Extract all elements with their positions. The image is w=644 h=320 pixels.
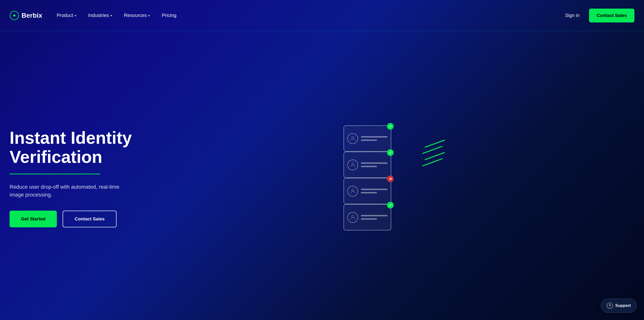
sign-in-link[interactable]: Sign in (565, 13, 580, 18)
person-icon (350, 162, 356, 168)
card-lines-1 (361, 136, 388, 141)
nav-pricing[interactable]: Pricing (162, 13, 176, 18)
card-badge-2: ✓ (387, 149, 394, 156)
id-cards-illustration: ✓ ✓ (336, 123, 456, 233)
id-card-3: ✕ (344, 178, 391, 204)
card-lines-4 (361, 215, 388, 220)
id-card-1: ✓ (344, 125, 391, 152)
hero-subtitle: Reduce user drop-off with automated, rea… (10, 183, 129, 199)
logo-text: Berbix (22, 12, 42, 19)
contact-sales-button-nav[interactable]: Contact Sales (589, 8, 634, 22)
hero-right: ✓ ✓ (158, 118, 634, 238)
card-badge-1: ✓ (387, 123, 394, 130)
navbar: Berbix Product ▾ Industries ▾ Resources … (0, 0, 644, 31)
svg-point-3 (352, 163, 354, 165)
svg-point-1 (14, 14, 15, 16)
support-icon: ? (607, 302, 613, 309)
chevron-down-icon: ▾ (110, 14, 112, 18)
chevron-down-icon: ▾ (74, 14, 76, 18)
id-card-2: ✓ (344, 152, 391, 178)
person-icon (350, 214, 356, 221)
card-avatar-3 (347, 186, 358, 196)
nav-right: Sign in Contact Sales (565, 8, 634, 22)
person-icon (350, 135, 356, 142)
support-button[interactable]: ? Support (601, 298, 637, 313)
support-label: Support (615, 303, 631, 308)
svg-point-2 (352, 136, 354, 138)
id-card-4: ✓ (344, 204, 391, 230)
nav-links: Product ▾ Industries ▾ Resources ▾ Prici… (56, 13, 565, 18)
hero-title: Instant Identity Verification (10, 128, 158, 166)
nav-industries[interactable]: Industries ▾ (88, 13, 112, 18)
svg-point-5 (352, 215, 354, 217)
card-badge-4: ✓ (387, 202, 394, 208)
card-lines-3 (361, 189, 388, 194)
logo[interactable]: Berbix (10, 11, 42, 20)
hero-left: Instant Identity Verification Reduce use… (10, 128, 158, 227)
person-icon (350, 188, 356, 194)
card-avatar-4 (347, 212, 358, 223)
scan-lines (422, 147, 446, 172)
chevron-down-icon: ▾ (148, 14, 150, 18)
card-lines-2 (361, 162, 388, 167)
hero-divider (10, 174, 100, 174)
contact-sales-button-hero[interactable]: Contact Sales (62, 211, 116, 227)
nav-product[interactable]: Product ▾ (56, 13, 76, 18)
hero-section: Instant Identity Verification Reduce use… (0, 31, 644, 320)
svg-point-4 (352, 189, 354, 191)
card-badge-3: ✕ (387, 176, 394, 182)
logo-icon (10, 11, 19, 20)
get-started-button[interactable]: Get Started (10, 211, 57, 227)
hero-buttons: Get Started Contact Sales (10, 211, 158, 227)
nav-resources[interactable]: Resources ▾ (124, 13, 150, 18)
card-avatar-2 (347, 160, 358, 170)
card-avatar-1 (347, 133, 358, 144)
